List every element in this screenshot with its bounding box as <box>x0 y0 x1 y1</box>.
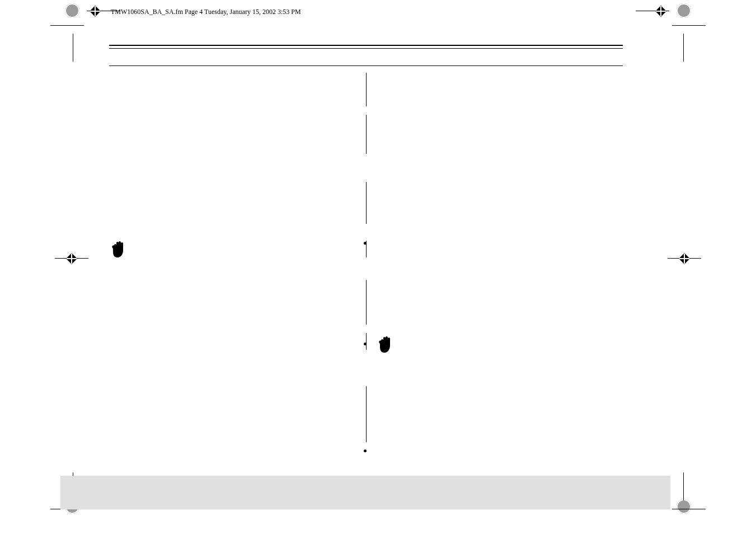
footer-band <box>60 476 670 509</box>
list-bullet-icon <box>364 449 367 452</box>
registration-mark-icon <box>636 4 669 18</box>
corner-circle-icon <box>677 499 691 514</box>
crop-mark-icon <box>50 17 84 62</box>
header-rule <box>109 45 623 46</box>
page-body <box>109 73 623 445</box>
corner-circle-icon <box>65 3 79 18</box>
header-rule <box>109 65 623 66</box>
header-rule <box>109 48 623 49</box>
crop-mark-icon <box>672 472 706 517</box>
registration-mark-icon <box>55 252 88 265</box>
left-column <box>109 73 360 445</box>
crop-mark-icon <box>672 17 706 62</box>
right-column <box>372 73 623 445</box>
page-header-file-label: TMW1060SA_BA_SA.fm Page 4 Tuesday, Janua… <box>111 8 301 16</box>
registration-mark-icon <box>668 252 701 265</box>
corner-circle-icon <box>677 3 691 18</box>
